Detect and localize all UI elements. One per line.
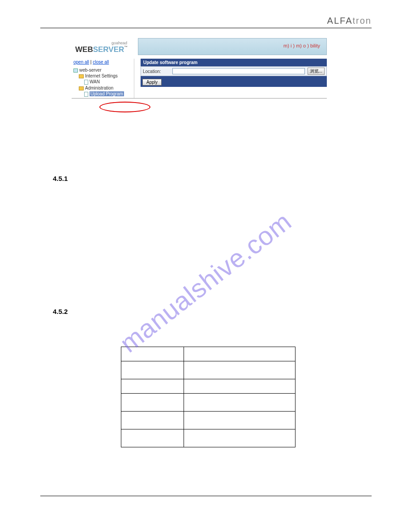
table-cell xyxy=(184,411,295,429)
location-row: Location: 浏览... xyxy=(141,66,327,76)
apply-row: Apply xyxy=(141,76,327,87)
tree-controls: open all | close all xyxy=(73,60,132,64)
brand-part2: tron xyxy=(353,16,372,26)
brand-logo: ALFAtron xyxy=(327,16,372,26)
page-header: ALFAtron xyxy=(40,16,372,28)
red-circle-annotation xyxy=(99,102,150,112)
tree-node-internet-settings[interactable]: Internet Settings xyxy=(73,73,132,79)
tree-node-administration[interactable]: Administration xyxy=(73,85,132,91)
update-panel-header: Update software program xyxy=(141,59,327,66)
table-cell xyxy=(121,379,184,393)
open-all-link[interactable]: open all xyxy=(73,60,89,64)
goahead-text: goahead xyxy=(75,41,131,45)
browse-button[interactable]: 浏览... xyxy=(308,68,325,75)
file-icon xyxy=(84,80,88,85)
tree-label: WAN xyxy=(90,79,100,84)
table-cell xyxy=(121,347,184,361)
web-word: WEB xyxy=(75,45,93,54)
folder-icon xyxy=(79,86,84,90)
table-cell xyxy=(184,429,295,447)
footer-divider xyxy=(40,496,372,496)
close-all-link[interactable]: close all xyxy=(93,60,109,64)
section-heading-452: 4.5.2 xyxy=(53,308,372,315)
tree-label-selected: Upload Program xyxy=(90,91,124,96)
webserver-text: WEBSERVER™ xyxy=(75,45,131,54)
table-cell xyxy=(184,393,295,411)
main-panel: Update software program Location: 浏览... … xyxy=(141,59,327,98)
brand-part1: ALFA xyxy=(327,16,353,26)
top-banner: m) i ) m) o ) bility xyxy=(138,38,327,55)
table-cell xyxy=(121,429,184,447)
embedded-screenshot: goahead WEBSERVER™ m) i ) m) o ) bility … xyxy=(72,38,327,99)
table-cell xyxy=(121,393,184,411)
section-heading-451: 4.5.1 xyxy=(53,175,372,182)
nav-tree: open all | close all web-server Internet… xyxy=(72,59,134,98)
server-word: SERVER xyxy=(93,45,124,54)
folder-icon xyxy=(79,74,84,78)
tree-sep: | xyxy=(89,60,93,64)
tree-node-webserver[interactable]: web-server xyxy=(73,67,132,73)
computer-icon xyxy=(73,69,78,73)
tree-node-upload-program[interactable]: Upload Program xyxy=(73,91,132,97)
table-cell xyxy=(121,361,184,379)
webserver-logo: goahead WEBSERVER™ xyxy=(72,38,134,55)
file-icon xyxy=(84,92,88,97)
location-input[interactable] xyxy=(172,68,305,74)
spec-table xyxy=(121,347,295,447)
tree-label: web-server xyxy=(79,68,101,73)
location-label: Location: xyxy=(143,69,170,74)
table-cell xyxy=(121,411,184,429)
tree-label: Administration xyxy=(85,86,113,90)
tree-label: Internet Settings xyxy=(85,73,118,78)
apply-button[interactable]: Apply xyxy=(142,79,162,86)
table-cell xyxy=(184,379,295,393)
table-cell xyxy=(184,347,295,361)
table-cell xyxy=(184,361,295,379)
tm-symbol: ™ xyxy=(124,45,128,49)
tree-node-wan[interactable]: WAN xyxy=(73,79,132,85)
mimo-logo: m) i ) m) o ) bility xyxy=(283,43,320,48)
